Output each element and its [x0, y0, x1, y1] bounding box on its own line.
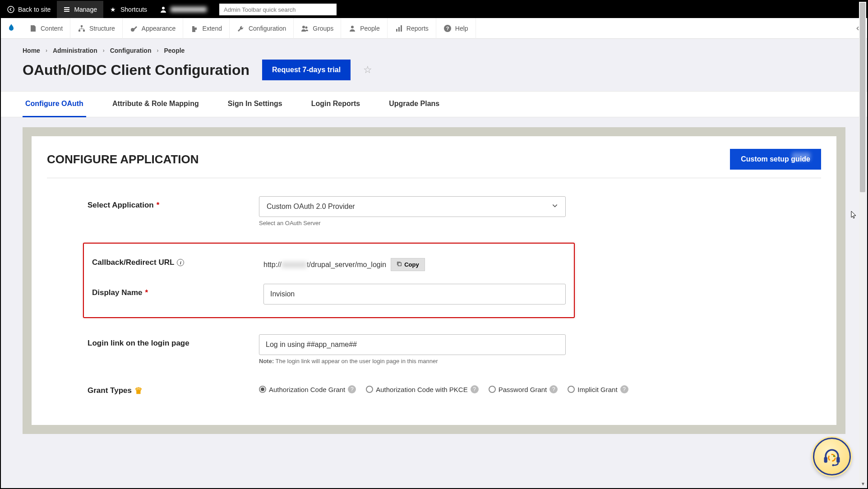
- field-callback-url: http://t/drupal_server/mo_login Copy: [263, 254, 566, 271]
- tab-configure-oauth[interactable]: Configure OAuth: [23, 92, 86, 117]
- breadcrumb-item[interactable]: People: [164, 47, 185, 54]
- copy-url-button[interactable]: Copy: [391, 258, 425, 271]
- nav-content[interactable]: Content: [22, 18, 70, 39]
- structure-icon: [78, 24, 86, 32]
- nav-content-label: Content: [41, 25, 63, 32]
- select-application-value: Custom OAuth 2.0 Provider: [267, 203, 355, 211]
- breadcrumb-separator: ›: [157, 47, 158, 54]
- row-callback-url: Callback/Redirect URL i http://t/drupal_…: [92, 254, 566, 271]
- tab-login-reports[interactable]: Login Reports: [309, 92, 363, 117]
- back-to-site-label: Back to site: [18, 6, 51, 13]
- drupal-logo-icon[interactable]: [1, 18, 22, 39]
- row-select-application: Select Application* Custom OAuth 2.0 Pro…: [47, 196, 821, 226]
- breadcrumb-separator: ›: [103, 47, 105, 54]
- user-menu[interactable]: [153, 1, 213, 18]
- nav-structure[interactable]: Structure: [70, 18, 123, 39]
- manage-toggle[interactable]: Manage: [57, 1, 103, 18]
- nav-people-label: People: [360, 25, 380, 32]
- nav-appearance[interactable]: Appearance: [123, 18, 184, 39]
- label-login-link: Login link on the login page: [88, 334, 259, 348]
- scrollbar-thumb[interactable]: [860, 3, 865, 192]
- login-link-input[interactable]: [259, 334, 566, 355]
- username-blurred: [171, 7, 207, 12]
- nav-people[interactable]: People: [341, 18, 388, 39]
- display-name-input[interactable]: [263, 284, 566, 304]
- nav-reports[interactable]: Reports: [388, 18, 436, 39]
- grant-option-label: Authorization Code Grant: [269, 386, 345, 393]
- shortcuts-link[interactable]: ★ Shortcuts: [103, 1, 153, 18]
- chat-support-button[interactable]: [813, 438, 851, 475]
- label-display-name: Display Name*: [92, 284, 263, 297]
- grant-option-pkce[interactable]: Authorization Code with PKCE ?: [366, 385, 478, 393]
- svg-point-6: [302, 26, 305, 28]
- help-icon[interactable]: ?: [348, 385, 356, 393]
- svg-rect-11: [401, 25, 402, 32]
- help-icon: ?: [443, 24, 452, 32]
- info-icon[interactable]: i: [177, 259, 184, 266]
- manage-label: Manage: [74, 6, 97, 13]
- groups-icon: [301, 24, 309, 32]
- panel-outer: CONFIGURE APPLICATION Custom setup guide…: [23, 127, 845, 434]
- content-icon: [29, 24, 37, 32]
- configuration-icon: [237, 24, 245, 32]
- tab-sign-in-settings[interactable]: Sign In Settings: [225, 92, 285, 117]
- select-application-dropdown[interactable]: Custom OAuth 2.0 Provider: [259, 196, 566, 217]
- custom-setup-guide-button[interactable]: Custom setup guide: [730, 149, 821, 170]
- svg-point-7: [305, 26, 308, 28]
- admin-menu: Content Structure Appearance Extend Conf…: [1, 18, 867, 39]
- grant-option-label: Password Grant: [499, 386, 547, 393]
- label-display-name-text: Display Name: [92, 288, 143, 297]
- url-suffix: t/drupal_server/mo_login: [307, 261, 386, 268]
- panel-title: CONFIGURE APPLICATION: [47, 152, 199, 166]
- nav-reports-label: Reports: [406, 25, 429, 32]
- request-trial-button[interactable]: Request 7-days trial: [262, 60, 351, 80]
- row-login-link: Login link on the login page Note: The l…: [47, 334, 821, 364]
- svg-point-18: [833, 455, 835, 457]
- help-icon[interactable]: ?: [620, 385, 628, 393]
- grant-option-label: Authorization Code with PKCE: [376, 386, 467, 393]
- svg-rect-3: [78, 30, 80, 32]
- panel-header: CONFIGURE APPLICATION Custom setup guide: [47, 149, 821, 178]
- nav-help-label: Help: [455, 25, 468, 32]
- radio-icon: [568, 386, 575, 393]
- help-icon[interactable]: ?: [471, 385, 479, 393]
- breadcrumb-item[interactable]: Administration: [53, 47, 97, 54]
- svg-rect-4: [83, 30, 85, 32]
- nav-structure-label: Structure: [89, 25, 115, 32]
- admin-search-input[interactable]: [219, 4, 337, 15]
- url-prefix: http://: [263, 261, 282, 268]
- grant-option-implicit[interactable]: Implicit Grant ?: [568, 385, 628, 393]
- url-host-blurred: [282, 262, 307, 268]
- tab-attribute-role-mapping[interactable]: Attribute & Role Mapping: [110, 92, 202, 117]
- grant-option-password[interactable]: Password Grant ?: [489, 385, 558, 393]
- highlighted-callback-block: Callback/Redirect URL i http://t/drupal_…: [83, 243, 575, 318]
- tab-upgrade-plans[interactable]: Upgrade Plans: [386, 92, 442, 117]
- label-callback-text: Callback/Redirect URL: [92, 258, 174, 267]
- login-link-note: Note: The login link will appear on the …: [259, 358, 566, 364]
- label-callback-url: Callback/Redirect URL i: [92, 254, 263, 267]
- help-icon[interactable]: ?: [549, 385, 558, 393]
- label-grant-types-text: Grant Types: [88, 386, 132, 395]
- scroll-down-arrow-icon[interactable]: ▼: [861, 481, 865, 486]
- shortcuts-label: Shortcuts: [120, 6, 147, 13]
- svg-text:?: ?: [446, 26, 449, 31]
- chevron-down-icon: [552, 203, 558, 211]
- row-grant-types: Grant Types ♛ Authorization Code Grant ?…: [47, 381, 821, 396]
- breadcrumb-item[interactable]: Configuration: [110, 47, 152, 54]
- svg-rect-16: [836, 457, 840, 463]
- vertical-scrollbar[interactable]: ▲ ▼: [859, 2, 866, 487]
- admin-search-wrap: [219, 4, 337, 15]
- nav-configuration-label: Configuration: [249, 25, 286, 32]
- radio-icon: [366, 386, 373, 393]
- nav-configuration[interactable]: Configuration: [230, 18, 294, 39]
- back-to-site-link[interactable]: Back to site: [1, 1, 57, 18]
- grant-option-auth-code[interactable]: Authorization Code Grant ?: [259, 385, 356, 393]
- favorite-star-icon[interactable]: ☆: [363, 64, 372, 76]
- nav-extend[interactable]: Extend: [183, 18, 230, 39]
- mouse-cursor-icon: [851, 211, 857, 220]
- nav-groups[interactable]: Groups: [294, 18, 341, 39]
- nav-help[interactable]: ? Help: [436, 18, 476, 39]
- breadcrumb-item[interactable]: Home: [23, 47, 40, 54]
- user-icon: [160, 6, 167, 13]
- page-title: OAuth/OIDC Client Configuration: [23, 62, 249, 78]
